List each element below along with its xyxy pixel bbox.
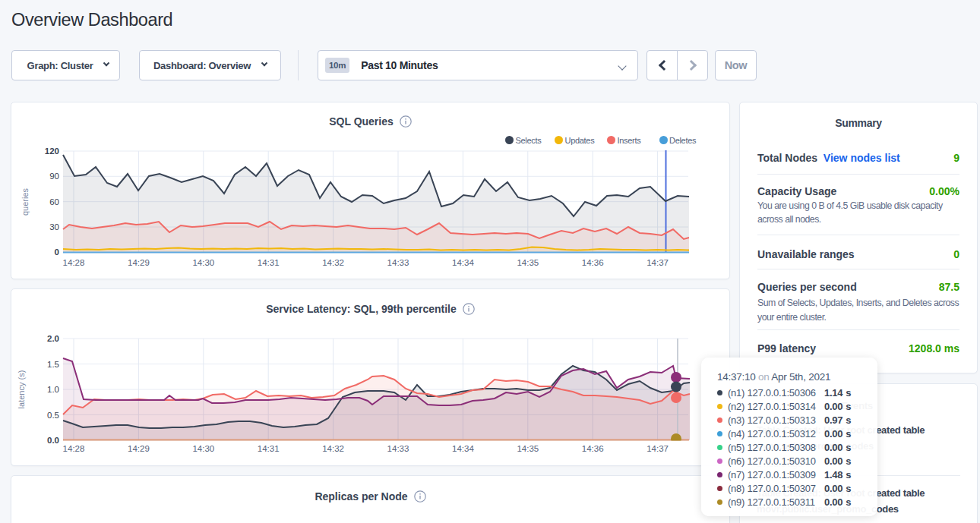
svg-text:14:33: 14:33 xyxy=(387,444,409,453)
svg-text:14:32: 14:32 xyxy=(322,444,344,453)
svg-text:0: 0 xyxy=(55,247,59,257)
svg-text:latency (s): latency (s) xyxy=(17,370,26,409)
svg-text:0.0: 0.0 xyxy=(47,436,59,445)
svg-text:14:35: 14:35 xyxy=(517,258,539,267)
svg-text:14:30: 14:30 xyxy=(192,444,214,453)
svg-text:14:29: 14:29 xyxy=(128,258,150,267)
svg-text:14:34: 14:34 xyxy=(452,444,474,453)
svg-text:30: 30 xyxy=(49,222,59,232)
svg-text:14:30: 14:30 xyxy=(192,258,214,267)
svg-text:14:31: 14:31 xyxy=(258,444,280,453)
svg-text:14:29: 14:29 xyxy=(128,444,150,453)
svg-text:14:36: 14:36 xyxy=(582,444,604,453)
svg-text:queries: queries xyxy=(21,187,30,216)
svg-text:14:34: 14:34 xyxy=(452,258,474,267)
svg-text:14:31: 14:31 xyxy=(258,258,280,267)
svg-text:14:28: 14:28 xyxy=(63,258,85,267)
svg-text:2.0: 2.0 xyxy=(47,334,59,343)
svg-text:90: 90 xyxy=(49,172,59,181)
svg-text:0.5: 0.5 xyxy=(47,411,59,420)
svg-text:60: 60 xyxy=(49,197,59,206)
svg-text:14:37: 14:37 xyxy=(646,258,669,267)
svg-text:14:37: 14:37 xyxy=(646,444,669,453)
svg-text:14:28: 14:28 xyxy=(63,444,85,453)
svg-text:14:36: 14:36 xyxy=(582,258,604,267)
svg-text:1.5: 1.5 xyxy=(47,360,59,369)
svg-text:1.0: 1.0 xyxy=(47,385,59,394)
svg-text:14:35: 14:35 xyxy=(517,444,539,453)
svg-text:120: 120 xyxy=(45,147,59,156)
svg-text:14:32: 14:32 xyxy=(322,258,344,267)
svg-text:14:33: 14:33 xyxy=(387,258,409,267)
